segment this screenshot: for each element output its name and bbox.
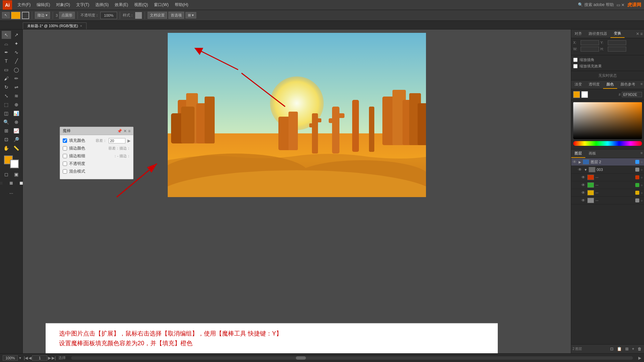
menu-text[interactable]: 文字(T) bbox=[73, 1, 92, 8]
swatch-tab[interactable]: 淡变 bbox=[571, 80, 585, 89]
layers-menu-btn[interactable]: ≡ bbox=[639, 149, 644, 158]
paintbrush-tool[interactable]: 🖌 bbox=[2, 74, 11, 82]
fill-color-checkbox[interactable] bbox=[63, 138, 67, 143]
color-panel-menu[interactable]: ≡ bbox=[639, 80, 644, 89]
panel-menu-btn[interactable]: ≡ bbox=[128, 129, 130, 133]
next-page-btn[interactable]: ▶ bbox=[48, 356, 51, 360]
tab-close-btn[interactable]: × bbox=[80, 24, 82, 28]
zoom-tool[interactable]: 🔎 bbox=[12, 135, 21, 143]
rotate-tool[interactable]: ↻ bbox=[2, 83, 11, 91]
eyedropper-tool[interactable]: 🔍 bbox=[2, 118, 11, 126]
panel-close-icon[interactable]: ✕ ≡ bbox=[635, 30, 644, 38]
layer-2-eye[interactable]: 👁 bbox=[573, 160, 577, 164]
align-tab[interactable]: 对齐 bbox=[571, 30, 585, 38]
layer-yellow-eye[interactable]: 👁 bbox=[581, 190, 586, 195]
new-layer-btn[interactable]: + bbox=[631, 346, 635, 352]
shape-builder-tool[interactable]: ⊕ bbox=[12, 101, 21, 109]
layer-item-gray[interactable]: 👁 ··· ○ bbox=[571, 197, 644, 204]
scale-strokes-cb[interactable] bbox=[573, 58, 578, 62]
selection-tool[interactable]: ↖ bbox=[2, 31, 11, 39]
make-clipping-btn[interactable]: 📋 bbox=[616, 346, 623, 352]
layer-003-expand[interactable]: ▼ bbox=[584, 168, 587, 172]
color-tab[interactable]: 颜色 bbox=[603, 80, 617, 89]
gradient-tool[interactable]: ◫ bbox=[2, 109, 11, 117]
transform-tab[interactable]: 变换 bbox=[610, 29, 625, 38]
hand-tool[interactable]: ✋ bbox=[2, 144, 11, 152]
measure-tool[interactable]: 📏 bbox=[12, 144, 21, 152]
screen-mode[interactable]: ▣ bbox=[12, 170, 21, 178]
color-guide-tab[interactable]: 颜色参考 bbox=[617, 80, 639, 89]
scale-effects-cb[interactable] bbox=[573, 64, 578, 68]
more-tools[interactable]: ··· bbox=[7, 189, 16, 197]
arrange-btn[interactable]: ⊞ ▾ bbox=[185, 12, 196, 18]
layer-item-2[interactable]: 👁 ▶ 图层 2 ○ bbox=[571, 158, 644, 166]
brush-type-btn[interactable]: 点圆形 bbox=[59, 12, 75, 19]
locate-layer-btn[interactable]: ⊡ bbox=[609, 346, 614, 352]
pencil-tool[interactable]: ✏ bbox=[12, 74, 21, 82]
y-input[interactable] bbox=[608, 40, 626, 45]
blend-tool[interactable]: ⊗ bbox=[12, 118, 21, 126]
curvature-tool[interactable]: ∿ bbox=[12, 48, 21, 56]
status-scrollbar[interactable] bbox=[71, 356, 633, 360]
zoom-dropdown-btn[interactable]: ▾ bbox=[19, 356, 21, 360]
column-graph-tool[interactable]: 📈 bbox=[12, 127, 21, 135]
chart-tool[interactable]: 📊 bbox=[12, 109, 21, 117]
last-page-btn[interactable]: ▶| bbox=[52, 356, 56, 360]
layer-item-red[interactable]: 👁 ··· ○ bbox=[571, 174, 644, 181]
magic-wand-tool[interactable]: ✦ bbox=[12, 40, 21, 48]
rect-tool[interactable]: ▭ bbox=[2, 66, 11, 74]
background-color[interactable] bbox=[10, 160, 19, 168]
layer-item-yellow[interactable]: 👁 ··· ○ bbox=[571, 189, 644, 197]
menu-window[interactable]: 窗口(W) bbox=[151, 1, 171, 8]
menu-view[interactable]: 视图(Q) bbox=[131, 1, 151, 8]
make-layer-btn[interactable]: ⊞ bbox=[624, 346, 630, 352]
fill-color-box[interactable] bbox=[11, 12, 20, 19]
menu-select[interactable]: 选择(S) bbox=[93, 1, 111, 8]
tool-option-btn[interactable]: 撤边 ▾ bbox=[35, 12, 50, 19]
mid-swatch[interactable]: ■ bbox=[7, 179, 16, 187]
line-tool[interactable]: ╱ bbox=[12, 57, 21, 65]
panel-close-btn[interactable]: ✕ bbox=[123, 129, 127, 133]
ellipse-tool[interactable]: ◯ bbox=[12, 66, 21, 74]
stroke-color-checkbox[interactable] bbox=[63, 146, 67, 150]
menu-file[interactable]: 文件(F) bbox=[15, 1, 33, 8]
foreground-swatch[interactable] bbox=[573, 91, 580, 98]
h-input[interactable] bbox=[608, 47, 626, 52]
hex-input[interactable] bbox=[622, 92, 642, 97]
opacity-checkbox[interactable] bbox=[63, 162, 67, 166]
transparency-tab[interactable]: 透明度 bbox=[585, 80, 603, 89]
pathfinder-tab[interactable]: 路径查找器 bbox=[585, 30, 610, 38]
layer-green-eye[interactable]: 👁 bbox=[581, 183, 586, 187]
reflect-tool[interactable]: ⇌ bbox=[12, 83, 21, 91]
layer-item-green[interactable]: 👁 ··· ○ bbox=[571, 181, 644, 189]
layer-item-003[interactable]: 👁 ▼ 003 ○ bbox=[571, 166, 644, 174]
menu-object[interactable]: 对象(O) bbox=[53, 1, 72, 8]
scroll-right-btn[interactable]: ▶ bbox=[638, 356, 641, 360]
menu-help[interactable]: 帮助(H) bbox=[172, 1, 191, 8]
symbol-tool[interactable]: ⊞ bbox=[2, 127, 11, 135]
menu-edit[interactable]: 编辑(E) bbox=[34, 1, 53, 8]
artboard-tab[interactable]: 画板 bbox=[585, 149, 599, 158]
layers-tab[interactable]: 图层 bbox=[571, 149, 585, 158]
color-gradient-picker[interactable] bbox=[573, 102, 642, 139]
prev-page-btn[interactable]: ◀ bbox=[29, 356, 32, 360]
layer-2-expand[interactable]: ▶ bbox=[579, 160, 581, 164]
lasso-tool[interactable]: ⌓ bbox=[2, 40, 11, 48]
free-transform-tool[interactable]: ⬚ bbox=[2, 101, 11, 109]
layer-red-eye[interactable]: 👁 bbox=[581, 175, 586, 180]
zoom-input[interactable] bbox=[3, 355, 18, 361]
select-tool-btn[interactable]: ↖ bbox=[2, 12, 10, 18]
stroke-weight-checkbox[interactable] bbox=[63, 154, 67, 158]
direct-select-tool[interactable]: ↗ bbox=[12, 31, 21, 39]
pen-tool[interactable]: ✒ bbox=[2, 48, 11, 56]
normal-mode[interactable]: ◻ bbox=[2, 170, 11, 178]
x-input[interactable] bbox=[581, 40, 599, 45]
layer-gray-eye[interactable]: 👁 bbox=[581, 198, 586, 203]
blend-mode-checkbox[interactable] bbox=[63, 169, 67, 174]
first-item-btn[interactable]: 首选项 bbox=[168, 12, 184, 19]
background-swatch[interactable] bbox=[581, 91, 588, 98]
menu-effect[interactable]: 效果(E) bbox=[112, 1, 131, 8]
document-tab[interactable]: 未标题-1* @ 100% (RGB/预览) × bbox=[23, 22, 87, 29]
type-tool[interactable]: T bbox=[2, 57, 11, 65]
delete-layer-btn[interactable]: 🗑 bbox=[637, 346, 643, 352]
